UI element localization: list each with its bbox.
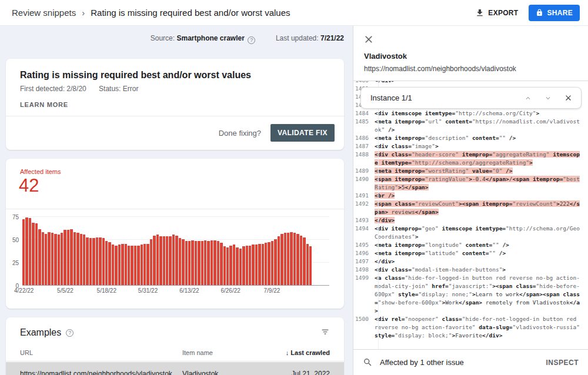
chevron-down-icon[interactable] [544, 94, 552, 102]
chart-bar[interactable] [22, 219, 25, 285]
chart-bar[interactable] [115, 246, 117, 285]
chart-bar[interactable] [105, 241, 108, 285]
chart-bar[interactable] [296, 234, 299, 285]
chart-bar[interactable] [134, 246, 136, 285]
chart-bar[interactable] [45, 234, 47, 285]
chart-bar[interactable] [195, 241, 197, 285]
chart-bar[interactable] [48, 232, 50, 285]
chart-bar[interactable] [258, 244, 260, 285]
learn-more-link[interactable]: LEARN MORE [20, 101, 68, 108]
chart-bar[interactable] [293, 233, 296, 285]
chart-bar[interactable] [223, 246, 226, 285]
chart-bar[interactable] [61, 233, 63, 285]
chart-bar[interactable] [226, 247, 229, 285]
chart-bar[interactable] [204, 240, 206, 285]
chart-bar[interactable] [233, 245, 235, 285]
chart-bar[interactable] [207, 241, 209, 285]
chart-bar[interactable] [188, 241, 191, 285]
close-icon[interactable] [363, 34, 375, 45]
chart-bar[interactable] [74, 232, 76, 285]
chart-bar[interactable] [239, 249, 242, 285]
chart-bar[interactable] [54, 234, 56, 285]
chart-bar[interactable] [76, 233, 79, 285]
chart-bar[interactable] [67, 230, 69, 285]
code-view[interactable]: 1480</div>148114821483</div>1484<div ite… [353, 81, 588, 349]
chart-bar[interactable] [182, 239, 184, 285]
chart-bar[interactable] [159, 236, 162, 285]
chart-bar[interactable] [102, 238, 105, 285]
chart-bar[interactable] [252, 245, 254, 285]
column-last-crawled[interactable]: ↓Last crawled [286, 349, 330, 356]
chart-bar[interactable] [220, 243, 222, 285]
share-button[interactable]: SHARE [529, 5, 580, 21]
chart-bar[interactable] [58, 235, 60, 285]
chart-bar[interactable] [213, 240, 216, 285]
chart-bar[interactable] [246, 246, 248, 285]
chart-bar[interactable] [271, 241, 273, 285]
chart-bar[interactable] [242, 246, 245, 285]
chart-bar[interactable] [153, 236, 155, 285]
chart-bars[interactable] [22, 216, 312, 285]
export-button[interactable]: EXPORT [475, 8, 518, 18]
column-url[interactable]: URL [20, 349, 33, 356]
chart-bar[interactable] [236, 247, 238, 285]
chart-bar[interactable] [150, 239, 152, 285]
chart-bar[interactable] [131, 246, 133, 285]
chart-bar[interactable] [229, 246, 232, 285]
chart-bar[interactable] [300, 236, 302, 285]
close-instance-icon[interactable] [564, 93, 573, 102]
chart-bar[interactable] [179, 238, 181, 285]
chart-bar[interactable] [255, 245, 258, 285]
affected-items-chart[interactable]: 0255075 4/22/225/5/225/18/225/31/226/13/… [22, 216, 329, 285]
chart-bar[interactable] [274, 239, 276, 285]
chart-bar[interactable] [163, 236, 165, 285]
chart-bar[interactable] [128, 246, 130, 285]
chart-bar[interactable] [143, 244, 146, 285]
chart-bar[interactable] [166, 236, 168, 285]
chart-bar[interactable] [306, 244, 309, 285]
chart-bar[interactable] [169, 236, 171, 285]
chart-bar[interactable] [309, 246, 312, 285]
chart-bar[interactable] [32, 223, 34, 285]
chart-bar[interactable] [70, 229, 72, 285]
chart-bar[interactable] [146, 244, 149, 285]
chart-bar[interactable] [172, 235, 175, 285]
chart-bar[interactable] [35, 223, 38, 285]
chart-bar[interactable] [86, 237, 88, 285]
chart-bar[interactable] [290, 232, 292, 285]
validate-fix-button[interactable]: VALIDATE FIX [270, 124, 335, 142]
chart-bar[interactable] [303, 237, 305, 285]
chart-bar[interactable] [42, 232, 44, 285]
inspect-button[interactable]: INSPECT [546, 359, 579, 367]
chart-bar[interactable] [280, 234, 283, 285]
chart-bar[interactable] [99, 237, 101, 285]
help-icon[interactable]: ? [66, 329, 74, 337]
chart-bar[interactable] [64, 230, 66, 285]
chart-bar[interactable] [191, 240, 193, 285]
filter-icon[interactable] [320, 327, 330, 339]
chart-bar[interactable] [278, 236, 280, 285]
chart-bar[interactable] [108, 242, 111, 285]
chart-bar[interactable] [51, 233, 54, 285]
chart-bar[interactable] [265, 243, 267, 285]
chart-bar[interactable] [121, 244, 123, 285]
chart-bar[interactable] [156, 235, 159, 285]
chart-bar[interactable] [112, 245, 114, 285]
chart-bar[interactable] [89, 238, 92, 285]
chart-bar[interactable] [268, 242, 270, 285]
chart-bar[interactable] [29, 218, 31, 285]
chart-bar[interactable] [262, 244, 264, 285]
chevron-up-icon[interactable] [524, 94, 532, 102]
chart-bar[interactable] [198, 241, 200, 285]
chart-bar[interactable] [287, 233, 289, 285]
chart-bar[interactable] [185, 241, 188, 285]
chart-bar[interactable] [38, 229, 41, 285]
help-icon[interactable]: ? [248, 36, 255, 44]
chart-bar[interactable] [83, 235, 85, 285]
chart-bar[interactable] [217, 241, 219, 285]
chart-bar[interactable] [211, 240, 213, 285]
chart-bar[interactable] [125, 244, 127, 285]
column-item-name[interactable]: Item name [182, 349, 213, 356]
breadcrumb-parent-link[interactable]: Review snippets [12, 8, 76, 18]
chart-bar[interactable] [175, 236, 178, 285]
